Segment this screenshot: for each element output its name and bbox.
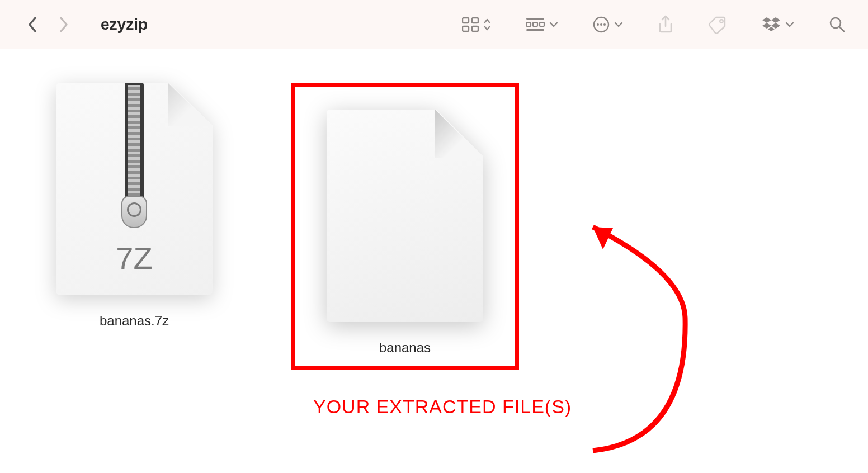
svg-point-12	[603, 23, 606, 26]
search-icon	[829, 16, 846, 33]
svg-rect-2	[463, 26, 469, 31]
annotation-text: YOUR EXTRACTED FILE(S)	[313, 396, 572, 418]
annotation-arrow-icon	[559, 217, 705, 457]
view-mode-button[interactable]	[462, 17, 491, 32]
group-icon	[526, 17, 545, 32]
dropbox-button[interactable]	[762, 17, 794, 32]
svg-rect-5	[526, 22, 531, 26]
extracted-highlight-box: bananas	[291, 83, 519, 370]
back-button[interactable]	[22, 15, 43, 35]
finder-toolbar: ezyzip	[0, 0, 868, 49]
forward-button[interactable]	[54, 15, 74, 35]
share-icon	[658, 15, 673, 34]
action-menu-button[interactable]	[593, 16, 623, 33]
file-name-label: bananas	[379, 340, 431, 356]
svg-rect-6	[533, 22, 537, 26]
search-button[interactable]	[829, 16, 846, 33]
chevron-down-icon	[614, 21, 623, 28]
archive-file-icon: 7Z	[56, 83, 213, 295]
svg-rect-3	[472, 26, 478, 31]
svg-rect-7	[540, 22, 544, 26]
chevron-down-icon	[785, 21, 794, 28]
tags-button[interactable]	[708, 16, 727, 34]
svg-point-11	[600, 23, 602, 26]
file-type-label: 7Z	[56, 240, 213, 276]
svg-point-13	[720, 20, 723, 23]
toolbar-right	[462, 15, 846, 34]
svg-rect-0	[463, 18, 469, 23]
chevron-down-icon	[549, 21, 558, 28]
dropbox-icon	[762, 17, 781, 32]
file-item-archive[interactable]: 7Z bananas.7z	[56, 83, 213, 370]
file-grid: 7Z bananas.7z bananas YOUR EXTRACTED FIL…	[0, 49, 868, 404]
file-name-label: bananas.7z	[100, 313, 169, 329]
share-button[interactable]	[658, 15, 673, 34]
svg-rect-1	[472, 18, 478, 23]
generic-file-icon	[327, 110, 483, 322]
svg-point-10	[597, 23, 599, 26]
window-title: ezyzip	[101, 16, 148, 34]
file-item-extracted[interactable]: bananas	[327, 110, 483, 356]
nav-buttons	[22, 15, 74, 35]
ellipsis-circle-icon	[593, 16, 610, 33]
group-by-button[interactable]	[526, 17, 558, 32]
svg-rect-8	[526, 29, 544, 31]
tag-icon	[708, 16, 727, 34]
up-down-chevron-icon	[483, 18, 491, 31]
svg-rect-4	[526, 18, 544, 20]
grid-icon	[462, 17, 479, 32]
zipper-icon	[117, 83, 151, 228]
